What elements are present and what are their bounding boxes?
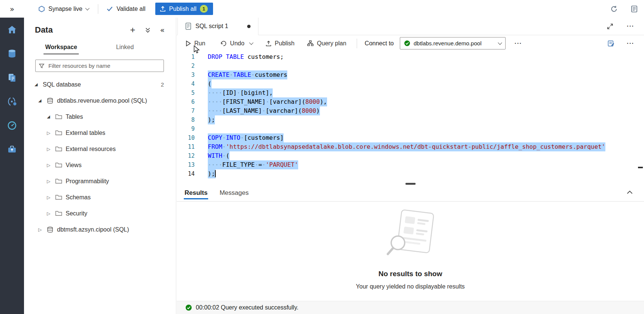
tree-label: External resources (66, 146, 116, 153)
top-bar: » Synapse live Validate all Publish all … (0, 0, 644, 18)
undo-icon (220, 40, 227, 46)
divider (357, 39, 357, 48)
synapse-live-icon (38, 6, 45, 12)
tree-item-security[interactable]: ▷ Security (24, 205, 176, 221)
tab-results[interactable]: Results (181, 185, 211, 201)
tab-sql-script-1[interactable]: SQL script 1 (177, 18, 258, 35)
feedback-icon[interactable] (608, 40, 615, 47)
panel-title: Data (35, 25, 53, 35)
panel-splitter-handle[interactable] (405, 183, 416, 185)
code-line[interactable]: 13····FILE_TYPE·=·'PARQUET' (177, 160, 644, 169)
code-line[interactable]: 3CREATE·TABLE·customers (177, 70, 644, 79)
chevron-collapsed-icon[interactable]: ▷ (47, 195, 55, 200)
code-line[interactable]: 6····[FIRST_NAME]·[varchar](8000), (177, 97, 644, 106)
chevron-expanded-icon[interactable]: ◢ (38, 98, 47, 103)
expand-rail-icon[interactable]: » (0, 4, 24, 13)
tree-label: External tables (66, 130, 105, 136)
nav-manage[interactable] (0, 138, 24, 161)
tab-messages[interactable]: Messages (216, 185, 252, 201)
text-cursor (215, 170, 216, 177)
collapse-panel-icon[interactable]: « (160, 25, 165, 34)
publish-button[interactable]: Publish (266, 40, 294, 47)
tree-item-pool-dbtlabs[interactable]: ◢ dbtlabs.revenue.demo.pool (SQL) (24, 93, 176, 109)
code-line[interactable]: 14); (177, 169, 644, 178)
editor-toolbar: Run Undo Publish Query plan Connect to (177, 35, 644, 51)
refresh-icon[interactable] (610, 5, 618, 13)
chevron-collapsed-icon[interactable]: ▷ (47, 179, 55, 184)
folder-icon (55, 130, 62, 136)
run-button[interactable]: Run (186, 40, 205, 47)
line-number: 10 (177, 133, 195, 142)
chevron-expanded-icon[interactable]: ◢ (47, 114, 55, 119)
publish-all-button[interactable]: Publish all 1 (155, 3, 213, 15)
nav-develop[interactable] (0, 66, 24, 90)
tree-item-views[interactable]: ▷ Views (24, 157, 176, 173)
folder-icon (55, 178, 62, 184)
query-plan-button[interactable]: Query plan (307, 40, 346, 47)
tree-item-programmability[interactable]: ▷ Programmability (24, 173, 176, 189)
code-line[interactable]: 4( (177, 79, 644, 88)
tree-label: Security (66, 210, 87, 217)
tree-item-pool-dbtmsft[interactable]: ▷ dbtmsft.azsyn.cipool (SQL) (24, 221, 176, 238)
no-results-illustration (378, 207, 442, 263)
nav-data[interactable] (0, 42, 24, 66)
add-resource-button[interactable]: + (130, 27, 135, 33)
code-line[interactable]: 12WITH·( (177, 151, 644, 160)
tree-item-sql-database[interactable]: ◢ SQL database 2 (24, 76, 176, 93)
validate-check-icon (107, 6, 113, 12)
nav-home[interactable] (0, 18, 24, 42)
expand-editor-icon[interactable] (607, 23, 613, 30)
code-line[interactable]: 7····[LAST_NAME]·[varchar](8000) (177, 106, 644, 115)
toolbar-right-more-icon[interactable]: ··· (627, 40, 634, 47)
code-line[interactable]: 2 (177, 61, 644, 70)
connection-dropdown[interactable]: dbtlabs.revenue.demo.pool (400, 37, 506, 49)
publish-label: Publish (275, 40, 294, 47)
validate-all-button[interactable]: Validate all (107, 6, 146, 12)
tree-label: Programmability (66, 178, 109, 185)
tree-item-external-tables[interactable]: ▷ External tables (24, 125, 176, 141)
chevron-collapsed-icon[interactable]: ▷ (47, 130, 55, 136)
status-message: 00:00:02 Query executed successfully. (196, 304, 299, 311)
mode-label: Synapse live (48, 6, 83, 12)
resource-tree: ◢ SQL database 2 ◢ dbtlabs.revenue.demo.… (24, 76, 176, 238)
code-line[interactable]: 5····[ID]·[bigint], (177, 88, 644, 97)
filter-input[interactable] (48, 62, 161, 69)
tree-item-schemas[interactable]: ▷ Schemas (24, 189, 176, 205)
tab-workspace[interactable]: Workspace (29, 41, 93, 54)
tree-label: Tables (66, 114, 83, 120)
success-check-icon (185, 304, 192, 311)
develop-icon (7, 73, 17, 82)
chevron-expanded-icon[interactable]: ◢ (35, 82, 43, 87)
code-line[interactable]: 11FROM·'https://dbtlabsynapsedatalake.bl… (177, 142, 644, 151)
chevron-collapsed-icon[interactable]: ▷ (47, 163, 55, 168)
folder-icon (55, 162, 62, 168)
properties-icon[interactable] (630, 5, 638, 13)
undo-button[interactable]: Undo (220, 40, 244, 47)
line-number: 9 (177, 124, 195, 133)
code-line[interactable]: 9 (177, 124, 644, 133)
code-line[interactable]: 10COPY·INTO·[customers] (177, 133, 644, 142)
sql-code-editor[interactable]: 1DROP TABLE customers;23CREATE·TABLE·cus… (177, 51, 644, 183)
code-line[interactable]: 8); (177, 115, 644, 124)
line-number: 6 (177, 97, 195, 106)
tab-linked[interactable]: Linked (93, 41, 157, 54)
chevron-collapsed-icon[interactable]: ▷ (47, 211, 55, 216)
tree-item-tables[interactable]: ◢ Tables (24, 109, 176, 125)
tree-item-external-resources[interactable]: ▷ External resources (24, 141, 176, 157)
nav-monitor[interactable] (0, 114, 24, 138)
query-status-bar: 00:00:02 Query executed successfully. (177, 301, 644, 314)
mode-switcher[interactable]: Synapse live (38, 6, 89, 12)
chevron-collapsed-icon[interactable]: ▷ (47, 147, 55, 152)
more-icon[interactable]: ··· (627, 22, 634, 30)
code-line[interactable]: 1DROP TABLE customers; (177, 52, 644, 61)
unsaved-dot-icon (247, 25, 251, 28)
chevron-collapsed-icon[interactable]: ▷ (38, 227, 47, 232)
double-chevron-down-icon[interactable] (145, 27, 150, 33)
toolbar-more-icon[interactable]: ··· (515, 40, 522, 47)
nav-integrate[interactable] (0, 90, 24, 114)
undo-dropdown-chevron-icon[interactable] (249, 40, 253, 45)
folder-icon (55, 114, 62, 120)
tree-label: SQL database (43, 81, 81, 88)
collapse-results-chevron-icon[interactable] (627, 190, 633, 194)
filter-funnel-icon (39, 63, 45, 69)
